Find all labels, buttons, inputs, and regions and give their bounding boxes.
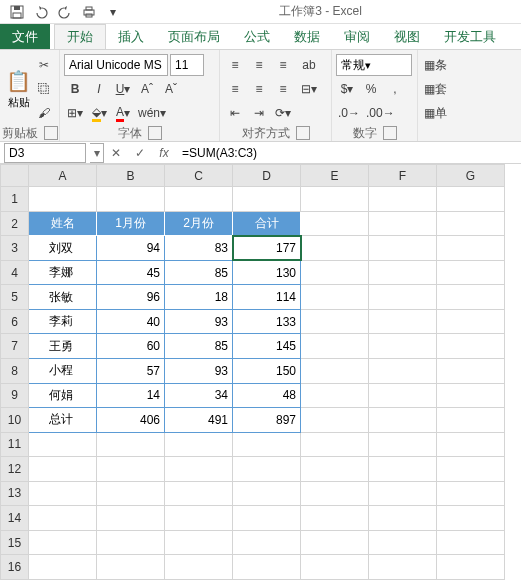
cell[interactable] xyxy=(301,506,369,531)
cell[interactable]: 48 xyxy=(233,383,301,408)
cell[interactable] xyxy=(233,187,301,212)
cell[interactable] xyxy=(437,408,505,433)
cell[interactable] xyxy=(437,555,505,580)
quickprint-icon[interactable] xyxy=(78,1,100,23)
cell[interactable] xyxy=(437,530,505,555)
cell[interactable] xyxy=(369,506,437,531)
cell[interactable] xyxy=(301,359,369,384)
cell[interactable]: 18 xyxy=(165,285,233,310)
grow-font-button[interactable]: Aˆ xyxy=(136,78,158,100)
cell[interactable] xyxy=(437,457,505,482)
cell[interactable] xyxy=(437,236,505,261)
row-header[interactable]: 3 xyxy=(1,236,29,261)
fx-icon[interactable]: fx xyxy=(152,143,176,163)
align-top-button[interactable]: ≡ xyxy=(224,54,246,76)
cell[interactable] xyxy=(165,481,233,506)
tab-review[interactable]: 审阅 xyxy=(332,24,382,49)
cell[interactable]: 150 xyxy=(233,359,301,384)
cell[interactable] xyxy=(301,187,369,212)
cell[interactable] xyxy=(437,359,505,384)
cell[interactable]: 85 xyxy=(165,260,233,285)
cell[interactable]: 王勇 xyxy=(29,334,97,359)
bold-button[interactable]: B xyxy=(64,78,86,100)
row-header[interactable]: 12 xyxy=(1,457,29,482)
cut-icon[interactable]: ✂ xyxy=(33,54,55,76)
cell[interactable] xyxy=(369,260,437,285)
cell[interactable]: 93 xyxy=(165,359,233,384)
cell[interactable]: 45 xyxy=(97,260,165,285)
cell[interactable] xyxy=(369,309,437,334)
cell[interactable]: 177 xyxy=(233,236,301,261)
row-header[interactable]: 8 xyxy=(1,359,29,384)
cell[interactable]: 96 xyxy=(97,285,165,310)
cell[interactable] xyxy=(97,457,165,482)
tab-dev[interactable]: 开发工具 xyxy=(432,24,508,49)
cell[interactable]: 合计 xyxy=(233,211,301,236)
cell[interactable]: 2月份 xyxy=(165,211,233,236)
align-right-button[interactable]: ≡ xyxy=(272,78,294,100)
cell[interactable] xyxy=(369,187,437,212)
row-header[interactable]: 13 xyxy=(1,481,29,506)
fill-color-button[interactable]: ⬙▾ xyxy=(88,102,110,124)
cell[interactable]: 李莉 xyxy=(29,309,97,334)
cell[interactable] xyxy=(301,285,369,310)
cell[interactable]: 60 xyxy=(97,334,165,359)
orientation-button[interactable]: ⟳▾ xyxy=(272,102,294,124)
row-header[interactable]: 11 xyxy=(1,432,29,457)
cell[interactable] xyxy=(437,260,505,285)
font-launcher[interactable] xyxy=(148,126,162,140)
clipboard-launcher[interactable] xyxy=(44,126,58,140)
tab-layout[interactable]: 页面布局 xyxy=(156,24,232,49)
cell[interactable]: 93 xyxy=(165,309,233,334)
cell[interactable] xyxy=(369,457,437,482)
cell-styles-button[interactable]: ▦ 单 xyxy=(422,102,449,124)
cell[interactable]: 40 xyxy=(97,309,165,334)
format-as-table-button[interactable]: ▦ 套 xyxy=(422,78,449,100)
wrap-text-button[interactable]: ab xyxy=(298,54,320,76)
font-name-combo[interactable]: Arial Unicode MS xyxy=(64,54,168,76)
cell[interactable] xyxy=(369,530,437,555)
cell[interactable] xyxy=(301,432,369,457)
cell[interactable] xyxy=(29,481,97,506)
cell[interactable] xyxy=(29,530,97,555)
cell[interactable] xyxy=(369,383,437,408)
cell[interactable]: 85 xyxy=(165,334,233,359)
cell[interactable] xyxy=(301,530,369,555)
cell[interactable] xyxy=(97,432,165,457)
cell[interactable] xyxy=(437,334,505,359)
cell[interactable] xyxy=(165,530,233,555)
cell[interactable] xyxy=(29,432,97,457)
merge-center-button[interactable]: ⊟▾ xyxy=(298,78,320,100)
increase-indent-button[interactable]: ⇥ xyxy=(248,102,270,124)
cell[interactable]: 14 xyxy=(97,383,165,408)
conditional-format-button[interactable]: ▦ 条 xyxy=(422,54,449,76)
cell[interactable] xyxy=(97,481,165,506)
format-painter-icon[interactable]: 🖌 xyxy=(33,102,55,124)
cell[interactable] xyxy=(29,187,97,212)
cell[interactable] xyxy=(233,432,301,457)
cell[interactable]: 897 xyxy=(233,408,301,433)
copy-icon[interactable]: ⿻ xyxy=(33,78,55,100)
cell[interactable]: 130 xyxy=(233,260,301,285)
col-header[interactable]: A xyxy=(29,165,97,187)
row-header[interactable]: 6 xyxy=(1,309,29,334)
cell[interactable] xyxy=(369,359,437,384)
tab-insert[interactable]: 插入 xyxy=(106,24,156,49)
cell[interactable]: 何娟 xyxy=(29,383,97,408)
cell[interactable] xyxy=(233,530,301,555)
font-size-combo[interactable]: 11 xyxy=(170,54,204,76)
cell[interactable] xyxy=(437,432,505,457)
row-header[interactable]: 1 xyxy=(1,187,29,212)
align-center-button[interactable]: ≡ xyxy=(248,78,270,100)
col-header[interactable]: C xyxy=(165,165,233,187)
percent-button[interactable]: % xyxy=(360,78,382,100)
row-header[interactable]: 14 xyxy=(1,506,29,531)
paste-button[interactable]: 📋 粘贴 xyxy=(4,56,33,122)
cell[interactable]: 57 xyxy=(97,359,165,384)
cell[interactable]: 83 xyxy=(165,236,233,261)
row-header[interactable]: 10 xyxy=(1,408,29,433)
cell[interactable] xyxy=(165,432,233,457)
cell[interactable] xyxy=(301,408,369,433)
border-button[interactable]: ⊞▾ xyxy=(64,102,86,124)
shrink-font-button[interactable]: Aˇ xyxy=(160,78,182,100)
